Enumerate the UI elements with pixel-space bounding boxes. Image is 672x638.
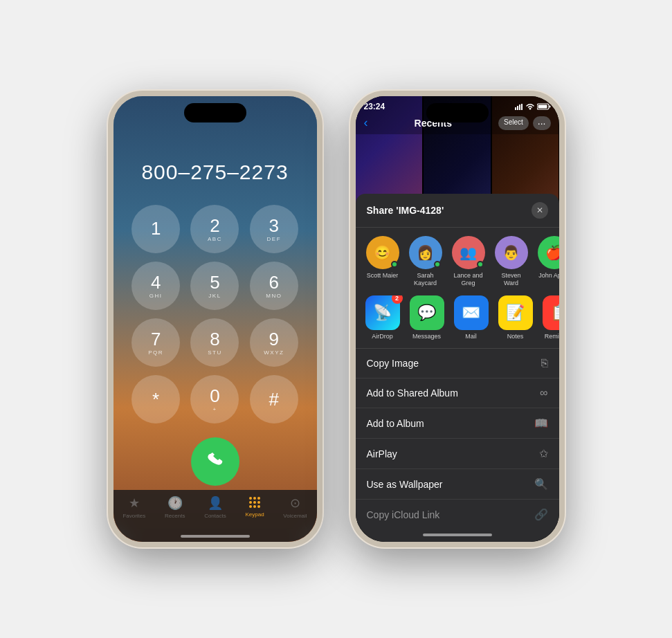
phone1-frame: 9:41 xyxy=(108,91,323,547)
home-indicator-1 xyxy=(181,535,250,538)
menu-add-shared-album[interactable]: Add to Shared Album ∞ xyxy=(356,379,559,408)
key-2[interactable]: 2 ABC xyxy=(190,205,239,253)
menu-copy-image[interactable]: Copy Image ⎘ xyxy=(356,349,559,379)
tab-contacts[interactable]: 👤 Contacts xyxy=(204,495,226,519)
svg-rect-22 xyxy=(549,106,550,108)
dynamic-island xyxy=(184,103,246,122)
tab-recents[interactable]: 🕐 Recents xyxy=(165,495,185,519)
silent-switch-2 xyxy=(350,165,352,186)
menu-add-album[interactable]: Add to Album 📖 xyxy=(356,408,559,439)
keypad-icon xyxy=(248,495,262,509)
vol-up-button-2 xyxy=(350,197,352,228)
contact-avatar-steven: 👨 xyxy=(495,236,528,269)
menu-airplay[interactable]: AirPlay ✩ xyxy=(356,439,559,469)
online-indicator xyxy=(391,261,398,268)
airdrop-icon: 📡 2 xyxy=(365,295,400,330)
contact-john[interactable]: 🍎 John Apple xyxy=(537,236,559,287)
svg-point-8 xyxy=(253,497,256,500)
signal-icon-2 xyxy=(515,104,523,110)
dynamic-island-2 xyxy=(426,103,489,122)
more-button[interactable]: ··· xyxy=(533,116,551,130)
apps-row: 📡 2 AirDrop 💬 Messages ✉️ xyxy=(356,295,559,349)
contact-avatar-john: 🍎 xyxy=(538,236,559,269)
key-6[interactable]: 6 MNO xyxy=(250,262,298,310)
svg-rect-23 xyxy=(538,105,547,109)
home-indicator-2 xyxy=(423,534,492,536)
share-sheet: Share 'IMG-4128' ✕ 😊 Scott Maier � xyxy=(356,194,559,542)
phone1-tab-bar: ★ Favorites 🕐 Recents 👤 Contacts xyxy=(113,490,317,542)
svg-point-9 xyxy=(257,497,260,500)
app-airdrop[interactable]: 📡 2 AirDrop xyxy=(365,295,400,340)
share-title: Share 'IMG-4128' xyxy=(367,205,444,216)
tab-voicemail[interactable]: ⊙ Voicemail xyxy=(283,495,307,519)
tab-favorites[interactable]: ★ Favorites xyxy=(122,495,145,519)
online-indicator-3 xyxy=(477,261,484,268)
scene: 9:41 xyxy=(94,77,579,561)
select-button[interactable]: Select xyxy=(498,116,529,130)
share-header: Share 'IMG-4128' ✕ xyxy=(356,202,559,228)
notes-icon: 📝 xyxy=(498,295,533,330)
svg-point-10 xyxy=(249,501,252,504)
app-mail[interactable]: ✉️ Mail xyxy=(454,295,489,340)
app-messages[interactable]: 💬 Messages xyxy=(410,295,444,340)
svg-rect-17 xyxy=(517,106,518,110)
key-8[interactable]: 8 STU xyxy=(190,318,239,367)
contact-scott[interactable]: 😊 Scott Maier xyxy=(365,236,400,287)
call-button[interactable] xyxy=(191,437,239,486)
close-share-button[interactable]: ✕ xyxy=(532,202,548,219)
key-3[interactable]: 3 DEF xyxy=(250,205,298,253)
phone2-time: 23:24 xyxy=(364,102,385,111)
reminders-icon: 📋 xyxy=(543,295,559,330)
back-button[interactable]: ‹ xyxy=(364,116,368,130)
status-icons-2 xyxy=(515,103,551,110)
call-button-row xyxy=(113,437,317,486)
key-hash[interactable]: # xyxy=(250,375,298,423)
svg-point-13 xyxy=(249,505,252,508)
menu-icloud-link[interactable]: Copy iCloud Link 🔗 xyxy=(356,500,559,529)
menu-wallpaper[interactable]: Use as Wallpaper 🔍 xyxy=(356,469,559,500)
phone-icon xyxy=(205,451,226,472)
silent-switch xyxy=(108,165,110,186)
svg-point-15 xyxy=(257,505,260,508)
svg-point-11 xyxy=(253,501,256,504)
key-9[interactable]: 9 WXYZ xyxy=(250,318,298,367)
key-5[interactable]: 5 JKL xyxy=(190,262,239,310)
svg-rect-16 xyxy=(515,107,516,110)
vol-down-button-2 xyxy=(350,238,352,269)
online-indicator-2 xyxy=(434,261,441,268)
contact-avatar-scott: 😊 xyxy=(366,236,399,269)
messages-icon: 💬 xyxy=(410,295,444,330)
dialer-screen: 9:41 xyxy=(113,96,317,542)
key-4[interactable]: 4 GHI xyxy=(131,262,180,310)
contact-lance[interactable]: 👥 Lance and Greg xyxy=(451,236,486,287)
key-0[interactable]: 0 + xyxy=(190,375,239,423)
contact-sarah[interactable]: 👩 Sarah Kaycard xyxy=(408,236,443,287)
svg-point-12 xyxy=(257,501,260,504)
keypad-grid: 1 2 ABC 3 DEF 4 GHI 5 JKL xyxy=(113,205,317,423)
contact-avatar-lance: 👥 xyxy=(452,236,485,269)
key-7[interactable]: 7 PQR xyxy=(131,318,180,367)
contact-avatar-sarah: 👩 xyxy=(409,236,442,269)
tab-keypad[interactable]: Keypad xyxy=(245,495,264,518)
vol-up-button xyxy=(108,197,110,228)
battery-icon-2 xyxy=(537,103,551,110)
wifi-icon-2 xyxy=(526,103,534,110)
airdrop-badge: 2 xyxy=(392,295,403,304)
phone2-frame: 23:24 xyxy=(350,91,565,547)
vol-down-button xyxy=(108,238,110,269)
contact-steven[interactable]: 👨 Steven Ward xyxy=(494,236,529,287)
power-button xyxy=(320,179,323,221)
contacts-row: 😊 Scott Maier 👩 Sarah Kaycard xyxy=(356,228,559,295)
svg-point-7 xyxy=(249,497,252,500)
app-reminders[interactable]: 📋 Reminders xyxy=(543,295,559,340)
photos-screen: 23:24 xyxy=(356,96,559,542)
key-star[interactable]: * xyxy=(131,375,180,423)
dialed-number: 800–275–2273 xyxy=(141,161,288,184)
svg-rect-19 xyxy=(521,104,523,110)
svg-point-20 xyxy=(529,108,531,110)
app-notes[interactable]: 📝 Notes xyxy=(498,295,533,340)
svg-point-14 xyxy=(253,505,256,508)
mail-icon: ✉️ xyxy=(454,295,489,330)
key-1[interactable]: 1 xyxy=(131,205,180,253)
nav-buttons: Select ··· xyxy=(498,116,550,130)
